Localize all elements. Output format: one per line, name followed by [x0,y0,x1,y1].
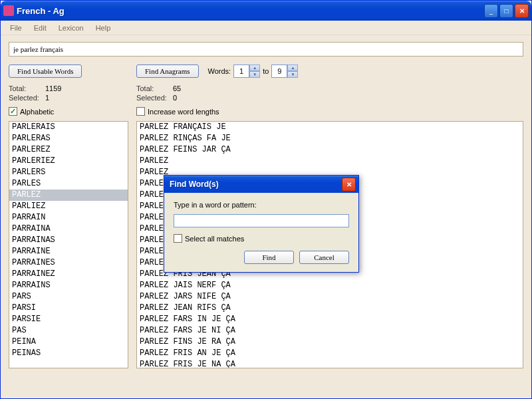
list-item[interactable]: PARLEZ FRANÇAIS JE [137,122,523,133]
window-title: French - Ag [17,6,484,16]
dialog-pattern-input[interactable] [174,214,349,227]
left-column: Find Usable Words Total:1159 Selected:1 … [9,63,128,368]
list-item[interactable]: PARRAINES [9,257,128,269]
menu-file[interactable]: File [5,23,27,33]
window-controls: _ □ ✕ [484,4,529,18]
dialog-prompt-label: Type in a word or pattern: [174,201,349,209]
list-item[interactable]: PARLEZ FRIS AN JE ÇA [137,348,523,359]
menubar: File Edit Lexicon Help [1,21,531,35]
select-all-matches-checkbox[interactable] [174,234,182,243]
main-window: French - Ag _ □ ✕ File Edit Lexicon Help… [0,0,532,399]
list-item[interactable]: PARLEZ RINÇAS FA JE [137,133,523,144]
list-item[interactable]: PARS [9,291,128,303]
list-item[interactable]: PARLERAS [9,133,128,144]
dialog-close-button[interactable]: ✕ [342,178,356,192]
menu-help[interactable]: Help [90,23,116,33]
list-item[interactable]: PARRAINS [9,280,128,291]
close-button[interactable]: ✕ [515,4,529,18]
to-label: to [263,67,269,75]
maximize-button[interactable]: □ [499,4,513,18]
increase-lengths-label: Increase word lengths [148,108,219,116]
list-item[interactable]: PARLEZ JARS NIFE ÇA [137,291,523,303]
app-icon [3,5,14,16]
select-all-matches-label: Select all matches [185,235,244,243]
list-item[interactable]: PARLEZ JEAN RIFS ÇA [137,303,523,314]
dialog-find-button[interactable]: Find [244,251,294,264]
list-item[interactable]: PARLEZ FRIS JE NA ÇA [137,359,523,368]
selected-value: 1 [45,94,49,102]
list-item[interactable]: PARLEZ FEINS JAR ÇA [137,144,523,156]
list-item[interactable]: PARLERAIS [9,122,128,133]
list-item[interactable]: PARLERS [9,167,128,178]
total-label-r: Total: [136,84,173,92]
list-item[interactable]: PAS [9,325,128,336]
list-item[interactable]: PEINAS [9,348,128,359]
list-item[interactable]: PARRAINA [9,223,128,235]
list-item[interactable]: PEINA [9,336,128,348]
words-range: Words: ▲ ▼ to ▲ [208,65,299,78]
menu-edit[interactable]: Edit [29,23,52,33]
selected-label-r: Selected: [136,94,173,102]
selected-value-r: 0 [173,94,177,102]
input-row [9,42,523,57]
list-item[interactable]: PARLEZ JAIS NERF ÇA [137,280,523,291]
list-item[interactable]: PARLEZ FARS IN JE ÇA [137,314,523,325]
alphabetic-label: Alphabetic [20,108,54,116]
words-from-down[interactable]: ▼ [249,71,260,78]
find-words-dialog: Find Word(s) ✕ Type in a word or pattern… [164,175,359,273]
find-anagrams-button[interactable]: Find Anagrams [136,65,199,78]
words-from-input[interactable] [233,65,249,78]
list-item[interactable]: PARSI [9,303,128,314]
words-label: Words: [208,67,231,75]
dialog-body: Type in a word or pattern: Select all ma… [164,193,358,272]
list-item[interactable]: PARLEZ FARS JE NI ÇA [137,325,523,336]
words-listbox[interactable]: PARLERAISPARLERASPARLEREZPARLERIEZPARLER… [9,121,128,368]
total-value: 1159 [45,84,61,92]
titlebar: French - Ag _ □ ✕ [1,1,531,21]
words-to-up[interactable]: ▲ [287,65,298,71]
list-item[interactable]: PARLES [9,178,128,190]
list-item[interactable]: PARRAINEZ [9,269,128,280]
dialog-titlebar: Find Word(s) ✕ [164,176,358,193]
words-from-up[interactable]: ▲ [249,65,260,71]
dialog-title: Find Word(s) [167,180,342,189]
words-to-down[interactable]: ▼ [287,71,298,78]
phrase-input[interactable] [9,42,523,57]
find-usable-words-button[interactable]: Find Usable Words [9,65,82,78]
alphabetic-checkbox[interactable] [9,107,17,116]
list-item[interactable]: PARRAINE [9,246,128,257]
minimize-button[interactable]: _ [484,4,498,18]
list-item[interactable]: PARRAINAS [9,235,128,246]
menu-lexicon[interactable]: Lexicon [53,23,89,33]
list-item[interactable]: PARLEZ FINS JE RA ÇA [137,336,523,348]
list-item[interactable]: PARLEZ [9,190,128,201]
list-item[interactable]: PARLEZ [137,156,523,167]
list-item[interactable]: PARLIEZ [9,201,128,212]
total-label: Total: [9,84,45,92]
list-item[interactable]: PARLEREZ [9,144,128,156]
list-item[interactable]: PARRAIN [9,212,128,223]
words-to-input[interactable] [271,65,287,78]
increase-lengths-checkbox[interactable] [136,107,145,116]
selected-label: Selected: [9,94,45,102]
list-item[interactable]: PARLERIEZ [9,156,128,167]
total-value-r: 65 [173,84,181,92]
dialog-cancel-button[interactable]: Cancel [299,251,349,264]
list-item[interactable]: PARSIE [9,314,128,325]
